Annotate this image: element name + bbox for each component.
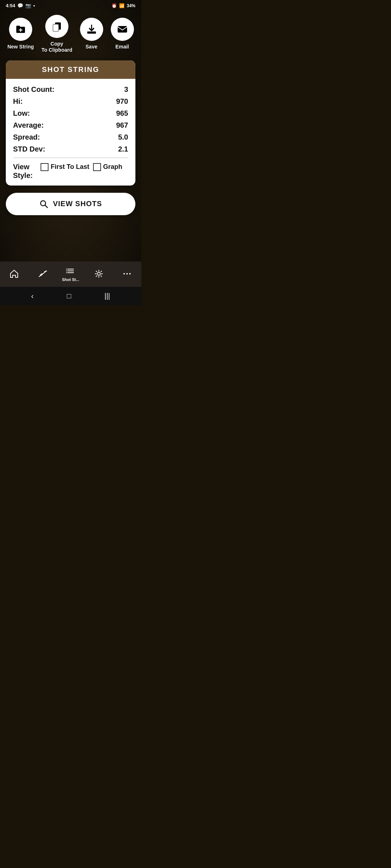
shot-count-value: 3 (124, 85, 128, 94)
shot-string-card: SHOT STRING Shot Count: 3 Hi: 970 Low: 9… (6, 60, 135, 186)
svg-rect-7 (118, 26, 127, 33)
stat-spread: Spread: 5.0 (13, 133, 128, 141)
graph-checkbox[interactable] (93, 163, 101, 171)
recents-button[interactable]: ||| (98, 290, 116, 302)
copy-clipboard-button[interactable]: Copy To Clipboard (41, 15, 72, 53)
hi-label: Hi: (13, 97, 23, 106)
dot-indicator: • (33, 3, 35, 8)
new-string-label: New String (7, 44, 34, 50)
svg-point-21 (126, 273, 128, 275)
spread-label: Spread: (13, 133, 40, 141)
new-string-icon-circle (9, 18, 32, 41)
card-header: SHOT STRING (6, 60, 135, 79)
first-to-last-option[interactable]: First To Last (41, 163, 89, 171)
card-body: Shot Count: 3 Hi: 970 Low: 965 Average: … (6, 79, 135, 186)
view-style-label: View Style: (13, 162, 35, 180)
list-icon (66, 266, 76, 276)
save-icon-circle (80, 18, 103, 41)
home-button[interactable]: □ (61, 290, 77, 302)
stat-shot-count: Shot Count: 3 (13, 85, 128, 94)
low-value: 965 (116, 109, 128, 118)
card-title: SHOT STRING (42, 65, 100, 73)
status-left: 4:54 💬 📷 • (6, 3, 35, 8)
new-string-button[interactable]: New String (7, 18, 34, 50)
svg-point-19 (97, 272, 100, 275)
email-button[interactable]: Email (111, 18, 134, 50)
svg-point-22 (129, 273, 131, 275)
card-divider (13, 158, 128, 158)
home-icon (9, 269, 19, 279)
toolbar: New String Copy To Clipboard (0, 10, 141, 60)
message-icon: 💬 (17, 3, 23, 8)
svg-line-11 (45, 271, 47, 272)
view-style-row: View Style: First To Last Graph (13, 162, 128, 180)
nav-more[interactable] (116, 269, 138, 279)
email-label: Email (115, 44, 129, 50)
status-right: ⏰ 📶 34% (112, 3, 135, 8)
nav-bar: Shot St... (0, 261, 141, 287)
rifle-icon (37, 269, 47, 279)
settings-icon (94, 269, 104, 279)
svg-line-9 (45, 205, 48, 208)
stat-average: Average: 967 (13, 121, 128, 129)
spread-value: 5.0 (118, 133, 128, 141)
instagram-icon: 📷 (25, 3, 31, 8)
time-display: 4:54 (6, 3, 15, 8)
svg-rect-6 (87, 31, 96, 34)
first-to-last-checkbox[interactable] (41, 163, 49, 171)
shot-string-nav-label: Shot St... (62, 277, 79, 282)
std-dev-value: 2.1 (118, 145, 128, 153)
email-icon-circle (111, 18, 134, 41)
system-nav-bar: ‹ □ ||| (0, 287, 141, 305)
shot-count-label: Shot Count: (13, 85, 54, 94)
bottom-navigation: Shot St... ‹ □ ||| (0, 261, 141, 305)
wifi-icon: 📶 (119, 3, 125, 8)
view-options: First To Last Graph (41, 163, 122, 171)
nav-settings[interactable] (88, 269, 110, 279)
email-icon (117, 24, 128, 35)
copy-icon (51, 21, 63, 32)
view-shots-label: VIEW SHOTS (53, 200, 102, 208)
svg-point-20 (123, 273, 125, 275)
view-shots-button[interactable]: VIEW SHOTS (6, 193, 135, 215)
average-value: 967 (116, 121, 128, 129)
stat-hi: Hi: 970 (13, 97, 128, 106)
folder-plus-icon (15, 24, 26, 35)
search-icon (39, 199, 49, 209)
hi-value: 970 (116, 97, 128, 106)
graph-option[interactable]: Graph (93, 163, 122, 171)
status-bar: 4:54 💬 📷 • ⏰ 📶 34% (0, 0, 141, 10)
back-button[interactable]: ‹ (25, 290, 39, 302)
copy-label: Copy To Clipboard (41, 41, 72, 53)
stat-std-dev: STD Dev: 2.1 (13, 145, 128, 153)
first-to-last-label: First To Last (51, 163, 89, 171)
more-icon (122, 269, 132, 279)
alarm-icon: ⏰ (112, 3, 117, 8)
stat-low: Low: 965 (13, 109, 128, 118)
graph-label: Graph (103, 163, 122, 171)
svg-rect-4 (53, 25, 58, 31)
low-label: Low: (13, 109, 30, 118)
download-icon (86, 24, 97, 35)
save-label: Save (85, 44, 97, 50)
copy-icon-circle (45, 15, 68, 38)
nav-home[interactable] (3, 269, 25, 279)
battery-display: 34% (127, 3, 135, 8)
save-button[interactable]: Save (80, 18, 103, 50)
nav-rifle[interactable] (31, 269, 53, 279)
average-label: Average: (13, 121, 44, 129)
std-dev-label: STD Dev: (13, 145, 45, 153)
nav-shot-string[interactable]: Shot St... (60, 266, 81, 282)
